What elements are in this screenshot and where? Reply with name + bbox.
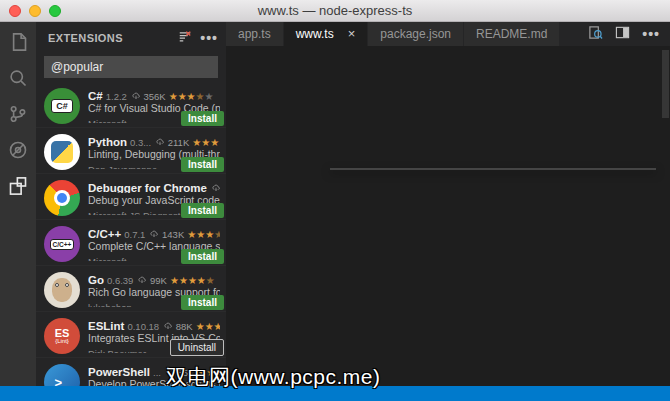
csharp-logo-icon: C# — [44, 88, 80, 124]
cpp-logo-icon: C/C++ — [44, 226, 80, 262]
go-logo-icon — [44, 272, 80, 308]
star-icon: ★ — [205, 229, 214, 239]
star-icon: ★ — [215, 367, 220, 377]
tab-label: package.json — [380, 27, 451, 41]
python-logo-icon — [44, 134, 80, 170]
star-icon: ★ — [196, 91, 205, 101]
search-icon — [8, 68, 28, 92]
extensions-search — [44, 56, 218, 78]
close-tab-icon[interactable]: × — [348, 29, 356, 39]
extension-title-row: Debugger for Chrome 148K — [88, 178, 220, 193]
extension-name: PowerShell — [88, 366, 150, 377]
extensions-search-input[interactable] — [44, 56, 218, 78]
close-window-button[interactable] — [9, 5, 21, 17]
extension-version: 1.2.2 — [106, 91, 127, 101]
install-button[interactable]: Install — [181, 249, 224, 264]
extension-title-row: C#1.2.2 356K★★★★★ — [88, 86, 220, 101]
activity-item-source-control[interactable] — [6, 104, 30, 128]
uninstall-button[interactable]: Uninstall — [170, 339, 224, 356]
star-icon: ★ — [188, 275, 197, 285]
star-icon: ★ — [210, 137, 219, 147]
extension-version: 0.10.18 — [127, 321, 159, 331]
extension-downloads: 88K — [163, 321, 193, 331]
explorer-icon — [8, 32, 28, 56]
install-button[interactable]: Install — [181, 295, 224, 310]
extension-rating: ★★★★★ — [169, 91, 214, 101]
extensions-icon — [8, 176, 28, 200]
sidebar-header: EXTENSIONS ••• — [36, 22, 226, 50]
tab-www.ts[interactable]: www.ts× — [284, 22, 369, 46]
editor-more-actions-icon[interactable]: ••• — [642, 30, 660, 38]
install-button[interactable]: Install — [181, 203, 224, 218]
star-icon: ★ — [179, 275, 188, 285]
minimize-window-button[interactable] — [29, 5, 41, 17]
extension-name: Go — [88, 274, 104, 285]
star-icon: ★ — [214, 321, 220, 331]
star-icon: ★ — [219, 137, 220, 147]
install-button[interactable]: Install — [181, 111, 224, 126]
extension-version: 0.6.39 — [107, 275, 133, 285]
sidebar-more-actions-icon[interactable]: ••• — [200, 34, 218, 42]
activity-bar — [0, 22, 36, 386]
star-icon: ★ — [205, 91, 214, 101]
star-icon: ★ — [206, 275, 215, 285]
extension-name: Python — [88, 136, 127, 147]
extension-item-go[interactable]: Go0.6.39 99K★★★★★Rich Go language suppor… — [36, 266, 226, 312]
code-editor[interactable] — [226, 46, 670, 386]
extension-name: C# — [88, 90, 103, 101]
activity-item-explorer[interactable] — [6, 32, 30, 56]
extension-item-powershell[interactable]: >_PowerShell... 85K★★★★★Develop PowerShe… — [36, 358, 226, 386]
tab-package.json[interactable]: package.json — [368, 22, 464, 46]
activity-item-search[interactable] — [6, 68, 30, 92]
activity-item-extensions[interactable] — [6, 176, 30, 200]
tab-app.ts[interactable]: app.ts — [226, 22, 284, 46]
editor-scrollbar[interactable] — [662, 50, 669, 118]
extension-item-cpp[interactable]: C/C++C/C++0.7.1 143K★★★★★Complete C/C++ … — [36, 220, 226, 266]
activity-item-debug[interactable] — [6, 140, 30, 164]
star-icon: ★ — [196, 321, 205, 331]
tab-label: app.ts — [238, 27, 271, 41]
extension-version: ... — [153, 367, 161, 377]
extension-item-csharp[interactable]: C#C#1.2.2 356K★★★★★C# for Visual Studio … — [36, 82, 226, 128]
open-preview-icon[interactable] — [588, 25, 603, 44]
window-title: www.ts — node-express-ts — [258, 3, 413, 18]
extension-downloads: 356K — [131, 91, 166, 101]
star-icon: ★ — [214, 229, 220, 239]
editor-actions: ••• — [588, 22, 670, 46]
editor-group: app.tswww.ts×package.jsonREADME.md ••• — [226, 22, 670, 386]
title-bar: www.ts — node-express-ts — [0, 0, 670, 22]
split-editor-icon[interactable] — [615, 25, 630, 44]
star-icon: ★ — [178, 91, 187, 101]
extension-title-row: ESLint0.10.18 88K★★★★★ — [88, 316, 220, 331]
chrome-logo-icon — [44, 180, 80, 216]
clear-extensions-filter-icon[interactable] — [178, 29, 192, 47]
install-button[interactable]: Install — [181, 157, 224, 172]
extension-version: 0.7.1 — [124, 229, 145, 239]
extension-downloads: 85K — [165, 367, 195, 377]
extension-rating: ★★★★★ — [187, 229, 220, 239]
star-icon: ★ — [201, 137, 210, 147]
zoom-window-button[interactable] — [49, 5, 61, 17]
tab-label: README.md — [476, 27, 547, 41]
extension-downloads: 143K — [149, 229, 184, 239]
scm-icon — [8, 104, 28, 128]
extension-rating: ★★★★★ — [197, 367, 220, 377]
extension-item-chrome[interactable]: Debugger for Chrome 148KDebug your JavaS… — [36, 174, 226, 220]
extensions-list: C#C#1.2.2 356K★★★★★C# for Visual Studio … — [36, 82, 226, 386]
tab-README.md[interactable]: README.md — [464, 22, 560, 46]
tab-bar: app.tswww.ts×package.jsonREADME.md ••• — [226, 22, 670, 46]
extension-rating: ★★★★★ — [170, 275, 215, 285]
extension-title-row: PowerShell... 85K★★★★★ — [88, 362, 220, 377]
status-bar — [0, 386, 670, 401]
extension-item-eslint[interactable]: ES{Lint}ESLint0.10.18 88K★★★★★Integrates… — [36, 312, 226, 358]
star-icon: ★ — [196, 229, 205, 239]
extension-item-python[interactable]: Python0.3... 211K★★★★★Linting, Debugging… — [36, 128, 226, 174]
vscode-window: { "window": { "title": "www.ts — node-ex… — [0, 0, 670, 401]
star-icon: ★ — [169, 91, 178, 101]
extension-downloads: 211K — [155, 137, 189, 147]
extension-title-row: Go0.6.39 99K★★★★★ — [88, 270, 220, 285]
powershell-logo-icon: >_ — [44, 364, 80, 386]
extension-downloads: 99K — [137, 275, 167, 285]
extension-name: Debugger for Chrome — [88, 182, 207, 193]
extension-details: PowerShell... 85K★★★★★Develop PowerShell… — [88, 362, 220, 386]
